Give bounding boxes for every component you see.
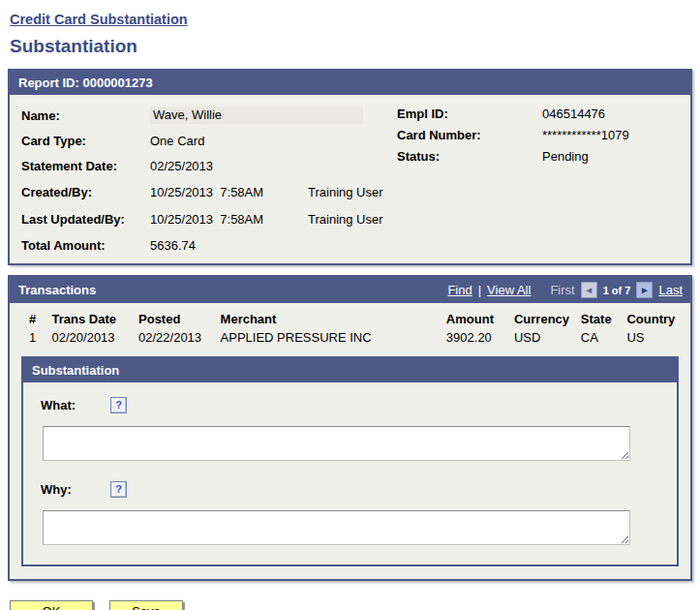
ok-button[interactable]: OK: [10, 600, 93, 610]
action-button-row: OK Save: [10, 600, 692, 610]
col-header-currency: Currency: [510, 310, 577, 328]
txn-state: CA: [577, 328, 624, 347]
name-value: Wave, Willie: [150, 107, 363, 124]
substantiation-content: What: ? Why: ?: [23, 382, 677, 564]
card-number-label: Card Number:: [397, 128, 542, 142]
txn-country: US: [623, 328, 681, 347]
statement-date-label: Statement Date:: [21, 159, 150, 173]
txn-trans-date: 02/20/2013: [48, 328, 136, 347]
col-header-posted: Posted: [135, 310, 217, 328]
statement-date-value: 02/25/2013: [150, 159, 213, 173]
name-label: Name:: [21, 108, 150, 123]
why-textarea[interactable]: [43, 510, 630, 545]
find-link[interactable]: Find: [447, 283, 472, 297]
what-row: What: ?: [41, 392, 659, 417]
transactions-groupbox: Transactions Find | View All First ◄ 1 o…: [8, 275, 692, 581]
last-link[interactable]: Last: [658, 283, 683, 297]
report-header-bar: Report ID: 0000001273: [10, 71, 690, 95]
why-row: Why: ?: [41, 476, 659, 502]
field-row-last-updated-by: Last Updated/By: 10/25/2013 7:58AM Train…: [21, 205, 397, 232]
field-row-status: Status: Pending: [397, 145, 685, 167]
why-label: Why:: [41, 482, 97, 497]
first-link-disabled: First: [550, 283, 574, 297]
view-all-link[interactable]: View All: [487, 283, 531, 297]
report-groupbox: Report ID: 0000001273 Name: Wave, Willie…: [8, 69, 692, 265]
txn-merchant: APPLIED PRESSURE INC: [217, 328, 442, 347]
txn-amount: 3902.20: [442, 328, 510, 347]
last-updated-datetime-value: 10/25/2013 7:58AM: [150, 212, 308, 227]
card-type-value: One Card: [150, 134, 204, 148]
txn-currency: USD: [510, 328, 577, 347]
row-counter: 1 of 7: [603, 285, 631, 296]
created-by-label: Created/By:: [21, 185, 150, 199]
field-row-name: Name: Wave, Willie: [21, 103, 397, 128]
status-label: Status:: [397, 149, 542, 164]
substantiation-groupbox: Substantiation What: ? Why: ?: [21, 356, 679, 566]
col-header-state: State: [577, 310, 624, 328]
report-fields: Name: Wave, Willie Card Type: One Card S…: [10, 95, 690, 263]
breadcrumb-link-credit-card-substantiation[interactable]: Credit Card Substantiation: [10, 12, 188, 27]
col-header-amount: Amount: [442, 310, 510, 328]
last-updated-by-label: Last Updated/By:: [21, 212, 150, 227]
field-row-card-number: Card Number: ************1079: [397, 124, 685, 145]
field-row-empl-id: Empl ID: 046514476: [397, 103, 685, 124]
report-fields-left: Name: Wave, Willie Card Type: One Card S…: [21, 103, 397, 258]
next-row-icon[interactable]: ►: [636, 282, 653, 298]
total-amount-label: Total Amount:: [21, 238, 150, 253]
transactions-nav: Find | View All First ◄ 1 of 7 ► Last: [447, 282, 683, 298]
page-title: Substantiation: [10, 36, 692, 57]
created-user-value: Training User: [308, 185, 383, 199]
card-number-value: ************1079: [542, 128, 629, 142]
transactions-header-bar: Transactions Find | View All First ◄ 1 o…: [10, 277, 690, 303]
field-row-statement-date: Statement Date: 02/25/2013: [21, 153, 397, 178]
substantiation-header: Substantiation: [32, 363, 119, 378]
why-help-icon[interactable]: ?: [110, 481, 127, 498]
link-separator: |: [478, 283, 481, 297]
col-header-trans-date: Trans Date: [48, 310, 136, 328]
field-row-created-by: Created/By: 10/25/2013 7:58AM Training U…: [21, 178, 397, 205]
transactions-header: Transactions: [18, 283, 96, 297]
previous-row-icon: ◄: [581, 282, 597, 298]
created-datetime-value: 10/25/2013 7:58AM: [150, 185, 308, 199]
report-fields-right: Empl ID: 046514476 Card Number: ********…: [397, 103, 685, 258]
field-row-card-type: Card Type: One Card: [21, 128, 397, 153]
transactions-table-header-row: # Trans Date Posted Merchant Amount Curr…: [25, 310, 681, 328]
transaction-row: 1 02/20/2013 02/22/2013 APPLIED PRESSURE…: [25, 328, 681, 347]
empl-id-value: 046514476: [542, 107, 605, 121]
report-id-header: Report ID: 0000001273: [18, 76, 153, 90]
txn-posted-date: 02/22/2013: [135, 328, 217, 347]
field-row-total-amount: Total Amount: 5636.74: [21, 232, 397, 258]
save-button[interactable]: Save: [109, 600, 183, 610]
what-textarea[interactable]: [43, 426, 630, 461]
what-help-icon[interactable]: ?: [110, 397, 127, 413]
card-type-label: Card Type:: [21, 134, 150, 148]
what-label: What:: [41, 398, 97, 412]
transactions-table: # Trans Date Posted Merchant Amount Curr…: [25, 310, 681, 347]
col-header-merchant: Merchant: [217, 310, 442, 328]
total-amount-value: 5636.74: [150, 238, 196, 253]
col-header-country: Country: [623, 310, 681, 328]
col-header-number: #: [25, 310, 48, 328]
txn-number: 1: [25, 328, 48, 347]
empl-id-label: Empl ID:: [397, 107, 542, 121]
last-updated-user-value: Training User: [308, 212, 383, 227]
substantiation-header-bar: Substantiation: [23, 358, 677, 382]
status-value: Pending: [542, 149, 589, 164]
page: Credit Card Substantiation Substantiatio…: [0, 0, 700, 610]
